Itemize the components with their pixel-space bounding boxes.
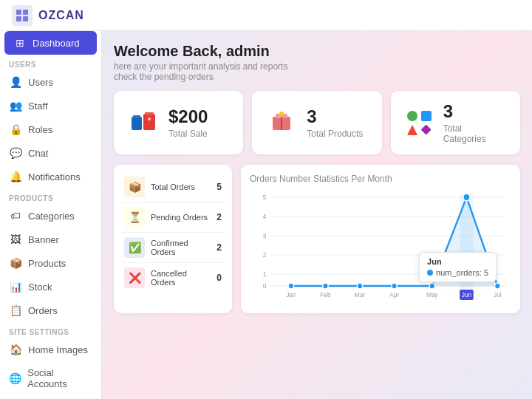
- sidebar-section-users: USERS: [0, 55, 101, 70]
- roles-icon: 🔒: [9, 123, 22, 135]
- stock-icon: 📊: [9, 281, 22, 293]
- sidebar-item-chat[interactable]: 💬 Chat: [0, 141, 101, 165]
- tooltip-item: num_orders: 5: [427, 268, 488, 277]
- stat-total-products-info: 3 Total Products: [307, 106, 363, 139]
- sidebar-item-home-images-label: Home Images: [28, 344, 88, 355]
- total-categories-value: 3: [443, 101, 507, 122]
- stats-row: $200 Total Sale 3 Total Products: [114, 91, 520, 154]
- chart-title: Orders Number Statistics Per Month: [250, 174, 511, 184]
- sidebar-item-notifications[interactable]: 🔔 Notifications: [0, 165, 101, 188]
- logo-icon: [12, 5, 33, 26]
- sidebar-item-banner[interactable]: 🖼 Banner: [0, 228, 101, 251]
- cat-circle-icon: [407, 111, 417, 121]
- svg-point-35: [357, 283, 362, 289]
- notifications-icon: 🔔: [9, 171, 22, 183]
- social-accounts-icon: 🌐: [9, 372, 21, 384]
- confirmed-orders-icon: ✅: [124, 237, 145, 258]
- tooltip-dot: [427, 270, 433, 276]
- svg-text:Apr: Apr: [389, 291, 399, 299]
- stat-card-total-sale: $200 Total Sale: [114, 91, 243, 154]
- svg-point-37: [429, 283, 434, 289]
- dashboard-icon: ⊞: [13, 37, 27, 49]
- total-sale-value: $200: [168, 106, 208, 127]
- total-categories-icon: [404, 108, 434, 138]
- chart-card: Orders Number Statistics Per Month 0 1: [241, 165, 520, 313]
- sidebar-item-users-label: Users: [28, 77, 53, 88]
- svg-text:Jan: Jan: [286, 291, 296, 299]
- cancelled-orders-count: 0: [216, 273, 222, 283]
- svg-text:Feb: Feb: [320, 291, 331, 299]
- users-icon: 👤: [9, 76, 22, 88]
- order-item-confirmed: ✅ Confirmed Orders 2: [121, 233, 225, 263]
- bottom-row: 📦 Total Orders 5 ⏳ Pending Orders 2 ✅ Co…: [114, 165, 520, 313]
- svg-text:5: 5: [263, 194, 267, 201]
- confirmed-orders-count: 2: [216, 242, 222, 253]
- svg-rect-4: [132, 117, 142, 130]
- home-images-icon: 🏠: [9, 344, 22, 355]
- total-products-icon: [265, 103, 298, 143]
- svg-text:3: 3: [263, 232, 267, 239]
- svg-point-11: [279, 112, 284, 116]
- order-stats-card: 📦 Total Orders 5 ⏳ Pending Orders 2 ✅ Co…: [114, 165, 232, 313]
- sidebar-item-dashboard[interactable]: ⊞ Dashboard: [4, 31, 97, 55]
- stat-total-sale-info: $200 Total Sale: [168, 106, 208, 139]
- svg-rect-2: [16, 16, 21, 21]
- cat-diamond-icon: [421, 125, 432, 135]
- pending-orders-count: 2: [216, 212, 222, 222]
- chart-tooltip: Jun num_orders: 5: [419, 252, 497, 282]
- sidebar-item-home-images[interactable]: 🏠 Home Images: [0, 338, 101, 361]
- svg-rect-0: [16, 10, 21, 15]
- sidebar-item-roles[interactable]: 🔒 Roles: [0, 117, 101, 141]
- logo-text: OZCAN: [38, 9, 84, 22]
- pending-orders-icon: ⏳: [124, 207, 145, 228]
- svg-point-33: [288, 283, 293, 289]
- svg-rect-1: [23, 10, 28, 15]
- svg-text:Jul: Jul: [494, 291, 502, 299]
- total-orders-count: 5: [216, 182, 222, 192]
- stat-total-categories-info: 3 Total Categories: [443, 101, 507, 144]
- sidebar-item-staff-label: Staff: [28, 100, 48, 112]
- svg-text:1: 1: [263, 270, 267, 278]
- total-orders-icon: 📦: [124, 177, 145, 197]
- sidebar-item-users[interactable]: 👤 Users: [0, 70, 101, 94]
- pending-orders-label: Pending Orders: [151, 213, 211, 222]
- sidebar-item-orders[interactable]: 📋 Orders: [0, 299, 101, 322]
- order-item-cancelled: ❌ Cancelled Orders 0: [121, 263, 225, 293]
- sidebar-item-products[interactable]: 📦 Products: [0, 251, 101, 275]
- staff-icon: 👥: [9, 100, 22, 112]
- tooltip-header: Jun: [427, 257, 488, 266]
- total-sale-label: Total Sale: [168, 129, 208, 139]
- total-sale-icon: [127, 103, 160, 143]
- stat-card-total-products: 3 Total Products: [252, 91, 381, 154]
- sidebar-item-categories[interactable]: 🏷 Categories: [0, 204, 101, 228]
- svg-point-36: [392, 283, 397, 289]
- welcome-title: Welcome Back, admin: [114, 43, 520, 60]
- svg-point-8: [148, 117, 151, 120]
- sidebar-item-social-accounts-label: Social Accounts: [27, 367, 92, 389]
- order-item-pending: ⏳ Pending Orders 2: [121, 202, 225, 233]
- svg-rect-3: [23, 16, 28, 21]
- cancelled-orders-icon: ❌: [124, 267, 145, 288]
- sidebar-item-staff[interactable]: 👥 Staff: [0, 94, 101, 117]
- sidebar-item-banner-label: Banner: [28, 234, 59, 245]
- chat-icon: 💬: [9, 147, 22, 159]
- main-layout: ⊞ Dashboard USERS 👤 Users 👥 Staff 🔒 Role…: [0, 31, 532, 399]
- chart-area: 0 1 2 3 4 5 Jan Feb Mar Apr May Jun Jul: [250, 190, 511, 304]
- sidebar-item-social-accounts[interactable]: 🌐 Social Accounts: [0, 361, 101, 395]
- sidebar-item-chat-label: Chat: [28, 148, 48, 159]
- orders-icon: 📋: [9, 304, 22, 316]
- sidebar-item-dashboard-label: Dashboard: [33, 38, 80, 49]
- cat-triangle-icon: [407, 125, 417, 135]
- categories-icon: 🏷: [9, 210, 22, 222]
- order-item-total: 📦 Total Orders 5: [121, 172, 225, 202]
- sidebar-item-pages[interactable]: 📄 Pages: [0, 395, 101, 399]
- sidebar-item-roles-label: Roles: [28, 124, 52, 135]
- welcome-subtitle: here are your important analysis and rep…: [114, 61, 520, 82]
- svg-point-39: [495, 283, 500, 289]
- tooltip-series: num_orders: 5: [436, 268, 488, 277]
- svg-rect-7: [145, 112, 154, 115]
- sidebar-item-stock[interactable]: 📊 Stock: [0, 275, 101, 299]
- sidebar-item-stock-label: Stock: [28, 282, 52, 293]
- total-products-label: Total Products: [307, 129, 363, 139]
- svg-text:May: May: [426, 291, 438, 299]
